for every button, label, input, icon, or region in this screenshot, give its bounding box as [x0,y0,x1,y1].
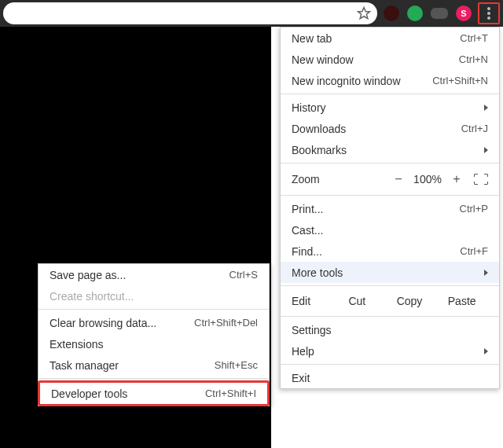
menu-shortcut: Ctrl+J [461,123,488,134]
extension-icon-2[interactable] [407,6,423,21]
menu-separator [281,94,499,94]
menu-label: Exit [292,372,310,384]
menu-label: Save page as... [50,269,126,281]
kebab-menu-icon[interactable] [487,7,490,20]
menu-label: Task manager [50,359,119,372]
menu-settings[interactable]: Settings [281,319,499,340]
submenu-create-shortcut: Create shortcut... [39,285,269,307]
menu-shortcut: Ctrl+Shift+Del [194,317,258,329]
zoom-in-button[interactable]: + [446,172,468,186]
submenu-extensions[interactable]: Extensions [39,333,269,354]
menu-help[interactable]: Help [281,340,499,362]
menu-more-tools[interactable]: More tools [281,262,499,283]
cut-button[interactable]: Cut [331,295,384,307]
menu-label: Create shortcut... [50,290,134,303]
menu-cast[interactable]: Cast... [281,219,499,241]
submenu-clear-browsing-data[interactable]: Clear browsing data... Ctrl+Shift+Del [39,312,269,333]
menu-label: Find... [292,245,322,258]
menu-label: New tab [292,32,332,45]
menu-find[interactable]: Find... Ctrl+F [281,241,499,262]
menu-history[interactable]: History [281,97,499,118]
menu-label: Help [292,345,314,358]
menu-separator [39,309,269,310]
address-bar[interactable] [3,2,377,24]
chrome-menu-button-highlight [478,2,500,24]
menu-shortcut: Ctrl+S [229,269,258,281]
menu-label: Cast... [292,224,323,237]
fullscreen-icon[interactable] [474,174,488,185]
menu-shortcut: Ctrl+N [459,53,488,65]
developer-tools-highlight: Developer tools Ctrl+Shift+I [38,380,270,406]
paste-button[interactable]: Paste [435,295,488,307]
chevron-right-icon [484,105,488,111]
menu-shortcut: Shift+Esc [215,359,258,371]
chevron-right-icon [484,147,488,153]
profile-avatar[interactable]: S [456,6,472,21]
menu-new-incognito[interactable]: New incognito window Ctrl+Shift+N [281,70,499,91]
menu-bookmarks[interactable]: Bookmarks [281,139,499,160]
zoom-label: Zoom [292,173,387,185]
menu-label: Clear browsing data... [50,317,156,329]
menu-label: Downloads [292,123,346,135]
submenu-save-page[interactable]: Save page as... Ctrl+S [39,264,269,285]
browser-toolbar: S [0,0,503,27]
menu-print[interactable]: Print... Ctrl+P [281,198,499,219]
menu-shortcut: Ctrl+Shift+N [432,75,488,86]
menu-separator [281,364,499,365]
menu-label: More tools [292,266,343,279]
chevron-right-icon [484,348,488,354]
menu-downloads[interactable]: Downloads Ctrl+J [281,118,499,139]
zoom-value: 100% [409,173,446,185]
menu-shortcut: Ctrl+P [460,203,488,215]
menu-zoom: Zoom − 100% + [281,166,499,193]
menu-separator [281,285,499,286]
chrome-main-menu: New tab Ctrl+T New window Ctrl+N New inc… [280,27,500,389]
copy-button[interactable]: Copy [384,295,436,307]
menu-separator [281,163,499,163]
menu-separator [281,195,499,196]
menu-shortcut: Ctrl+F [460,245,488,257]
extension-icons: S [377,6,478,21]
menu-label: History [292,101,326,114]
submenu-developer-tools[interactable]: Developer tools Ctrl+Shift+I [40,383,267,404]
chevron-right-icon [484,270,488,276]
menu-exit[interactable]: Exit [281,367,499,388]
menu-label: Extensions [50,338,103,351]
menu-label: New incognito window [292,75,401,87]
menu-label: Print... [292,203,323,215]
zoom-out-button[interactable]: − [387,172,409,186]
menu-separator [281,316,499,317]
menu-edit-row: Edit Cut Copy Paste [281,288,499,314]
bookmark-star-icon[interactable] [357,6,371,20]
menu-label: Bookmarks [292,144,347,156]
submenu-task-manager[interactable]: Task manager Shift+Esc [39,354,269,376]
extension-icon-3[interactable] [431,8,448,19]
menu-new-window[interactable]: New window Ctrl+N [281,49,499,70]
menu-shortcut: Ctrl+Shift+I [205,387,256,399]
menu-label: New window [292,53,354,66]
more-tools-submenu: Save page as... Ctrl+S Create shortcut..… [38,263,270,406]
menu-shortcut: Ctrl+T [460,32,488,44]
menu-separator [39,378,269,379]
edit-label: Edit [292,295,331,307]
extension-icon-1[interactable] [384,6,399,21]
svg-marker-0 [358,8,370,19]
menu-label: Settings [292,324,332,336]
menu-new-tab[interactable]: New tab Ctrl+T [281,28,499,49]
menu-label: Developer tools [51,387,127,400]
